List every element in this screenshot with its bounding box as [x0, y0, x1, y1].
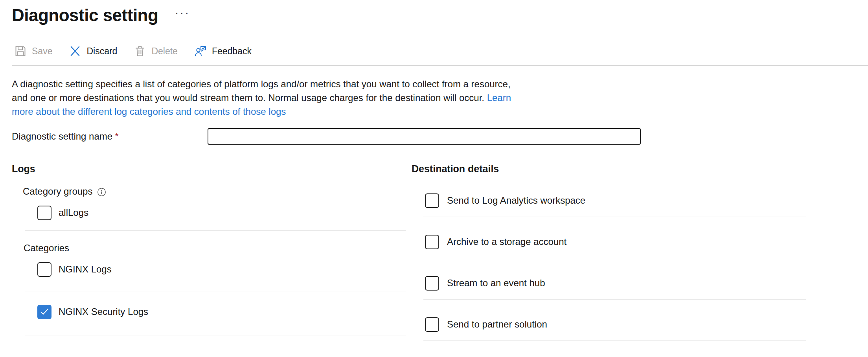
logs-heading: Logs: [12, 163, 406, 176]
discard-button[interactable]: Discard: [66, 43, 120, 59]
storage-account-checkbox[interactable]: [425, 235, 439, 249]
description-line1: A diagnostic setting specifies a list of…: [12, 77, 868, 91]
description-line2: and one or more destinations that you wo…: [12, 91, 868, 105]
settings-columns: Logs Category groups allLogs Ca: [12, 163, 868, 341]
divider: [25, 291, 406, 291]
event-hub-checkbox[interactable]: [425, 276, 439, 291]
nginx-logs-checkbox[interactable]: [37, 262, 51, 277]
destination-details-heading: Destination details: [412, 163, 806, 176]
description-text: A diagnostic setting specifies a list of…: [12, 77, 868, 118]
command-bar: Save Discard Delete: [12, 42, 868, 60]
description-line3: more about the different log categories …: [12, 105, 868, 118]
checkbox-row-event-hub[interactable]: Stream to an event hub: [425, 276, 806, 291]
save-button[interactable]: Save: [12, 43, 55, 59]
divider: [423, 299, 806, 300]
divider: [25, 230, 406, 231]
divider: [423, 217, 806, 217]
diagnostic-setting-page: Diagnostic setting ··· Save Discard: [0, 0, 868, 341]
delete-button[interactable]: Delete: [131, 43, 180, 59]
storage-account-label: Archive to a storage account: [447, 236, 566, 247]
ellipsis-icon: ···: [175, 6, 190, 19]
partner-solution-checkbox[interactable]: [425, 317, 439, 332]
alllogs-checkbox[interactable]: [37, 206, 51, 220]
checkbox-row-log-analytics[interactable]: Send to Log Analytics workspace: [425, 193, 806, 208]
checkbox-row-alllogs[interactable]: allLogs: [37, 205, 406, 220]
feedback-person-icon: [194, 45, 207, 57]
logs-section: Logs Category groups allLogs Ca: [12, 163, 406, 341]
diagnostic-setting-name-input[interactable]: [208, 128, 641, 145]
alllogs-label: allLogs: [59, 207, 88, 218]
checkbox-row-nginx-security-logs[interactable]: NGINX Security Logs: [37, 304, 406, 319]
nginx-security-logs-label: NGINX Security Logs: [59, 306, 148, 317]
destination-details-section: Destination details Send to Log Analytic…: [412, 163, 868, 341]
name-form-row: Diagnostic setting name*: [12, 128, 868, 145]
partner-solution-label: Send to partner solution: [447, 319, 547, 330]
divider: [25, 335, 406, 335]
divider: [423, 258, 806, 258]
nginx-logs-label: NGINX Logs: [59, 264, 112, 275]
divider: [423, 340, 806, 341]
page-header: Diagnostic setting ···: [12, 6, 868, 25]
category-groups-label: Category groups: [23, 186, 406, 197]
feedback-label: Feedback: [212, 46, 252, 57]
required-asterisk: *: [115, 131, 118, 142]
checkbox-row-partner-solution[interactable]: Send to partner solution: [425, 317, 806, 332]
checkbox-row-storage-account[interactable]: Archive to a storage account: [425, 234, 806, 249]
nginx-security-logs-checkbox[interactable]: [37, 305, 51, 319]
event-hub-label: Stream to an event hub: [447, 278, 545, 289]
learn-more-link-continued[interactable]: more about the different log categories …: [12, 106, 286, 117]
save-label: Save: [32, 46, 52, 57]
name-label: Diagnostic setting name*: [12, 131, 208, 142]
log-analytics-label: Send to Log Analytics workspace: [447, 195, 585, 206]
more-options-button[interactable]: ···: [175, 7, 190, 18]
trash-icon: [134, 45, 146, 57]
log-analytics-checkbox[interactable]: [425, 193, 439, 208]
page-title: Diagnostic setting: [12, 6, 158, 25]
learn-more-link[interactable]: Learn: [487, 92, 511, 103]
delete-label: Delete: [151, 46, 177, 57]
categories-label: Categories: [24, 243, 406, 254]
feedback-button[interactable]: Feedback: [192, 43, 254, 59]
toolbar-divider: [12, 65, 868, 66]
checkbox-row-nginx-logs[interactable]: NGINX Logs: [37, 262, 406, 277]
info-icon[interactable]: [97, 188, 106, 197]
discard-x-icon: [69, 45, 81, 57]
save-icon: [14, 45, 27, 57]
discard-label: Discard: [86, 46, 117, 57]
